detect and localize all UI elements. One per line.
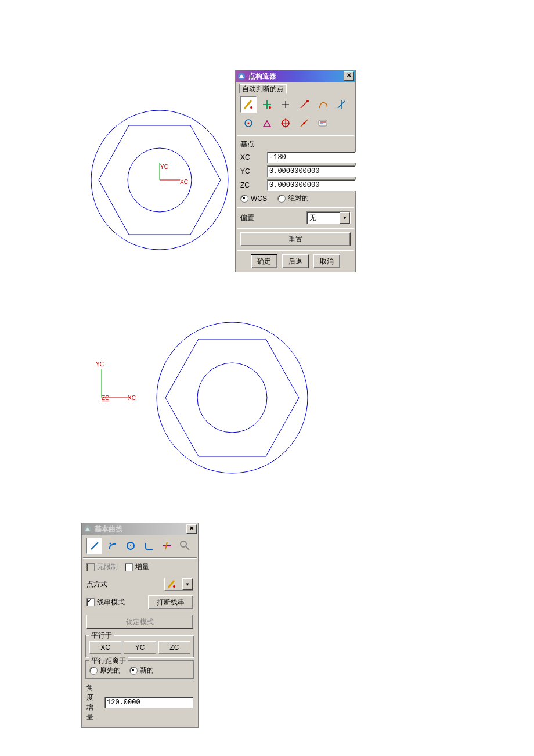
- edit-params-icon[interactable]: [178, 538, 193, 554]
- zc-label: ZC: [240, 181, 264, 189]
- xc-label: XC: [240, 153, 264, 161]
- lock-mode-button: 锁定模式: [86, 615, 193, 629]
- wcs-radio[interactable]: WCS: [240, 195, 267, 203]
- reset-button[interactable]: 重置: [240, 232, 351, 246]
- svg-point-10: [269, 106, 271, 109]
- yc-axis-label: YC: [160, 164, 168, 170]
- svg-point-29: [197, 363, 267, 433]
- app-icon: [237, 71, 246, 81]
- parallel-xc-button[interactable]: XC: [89, 641, 121, 654]
- fillet-tool-icon[interactable]: [141, 538, 157, 554]
- circle-tool-icon[interactable]: [123, 538, 139, 554]
- intersection-icon[interactable]: [333, 96, 349, 113]
- increment-checkbox[interactable]: 增量: [125, 562, 149, 572]
- trim-tool-icon[interactable]: [159, 538, 175, 554]
- dialog-titlebar[interactable]: 点构造器 ✕: [236, 70, 355, 82]
- angle-increment-input[interactable]: [104, 697, 193, 708]
- figure-2-geometry: [151, 316, 313, 479]
- svg-point-39: [181, 541, 186, 547]
- existing-point-icon[interactable]: [277, 96, 294, 113]
- unlimited-checkbox: 无限制: [86, 562, 118, 572]
- control-point-icon[interactable]: [315, 96, 331, 113]
- arc-tool-icon[interactable]: [104, 538, 120, 554]
- break-string-button[interactable]: 打断线串: [148, 595, 193, 609]
- zc-input[interactable]: [267, 179, 356, 191]
- parallel-yc-button[interactable]: YC: [124, 641, 156, 654]
- cursor-point-icon[interactable]: [259, 96, 275, 113]
- xc-input[interactable]: [267, 152, 356, 163]
- yc-label: YC: [240, 167, 264, 175]
- svg-point-18: [248, 123, 250, 124]
- cancel-button[interactable]: 取消: [313, 254, 340, 268]
- quadrant-icon[interactable]: [277, 115, 294, 131]
- parallel-distance-group: 平行距离于 原先的 新的: [85, 660, 194, 679]
- back-button[interactable]: 后退: [282, 254, 309, 268]
- app-icon-2: [83, 524, 92, 534]
- basic-curves-dialog: 基本曲线 ✕ 无限制 增量 点方式 ▼ 线串模式 打断线串 锁定模式 平行于 X…: [81, 523, 199, 728]
- parallel-distance-label: 平行距离于: [89, 656, 128, 666]
- infer-point-icon[interactable]: [240, 96, 257, 113]
- previous-radio[interactable]: 原先的: [89, 665, 121, 675]
- svg-point-34: [109, 543, 111, 545]
- fig2-xc-label: XC: [128, 395, 136, 401]
- ok-button[interactable]: 确定: [251, 254, 277, 268]
- offset-label: 偏置: [240, 213, 254, 223]
- close-icon-2[interactable]: ✕: [186, 524, 197, 534]
- svg-point-14: [306, 100, 309, 102]
- parallel-zc-button[interactable]: ZC: [158, 641, 190, 654]
- fig2-zc-label: ZC: [102, 395, 109, 401]
- svg-point-7: [250, 106, 252, 109]
- point-type-toolbar-row2: [236, 114, 355, 132]
- point-type-toolbar-row1: [236, 95, 355, 114]
- offset-select[interactable]: 无 ▼: [306, 211, 351, 224]
- absolute-radio[interactable]: 绝对的: [277, 193, 309, 203]
- curve-type-toolbar: [82, 535, 198, 555]
- point-method-select[interactable]: ▼: [164, 578, 193, 591]
- svg-line-33: [91, 542, 98, 549]
- new-radio[interactable]: 新的: [129, 665, 154, 675]
- arc-center-icon[interactable]: [240, 115, 257, 131]
- point-constructor-dialog: 点构造器 ✕ 自动判断的点 基点 XC YC ZC WCS 绝对的 偏置: [235, 70, 356, 272]
- point-method-label: 点方式: [86, 579, 107, 589]
- close-icon[interactable]: ✕: [344, 71, 354, 81]
- parallel-to-label: 平行于: [89, 631, 114, 640]
- figure-1-geometry: [84, 105, 235, 255]
- chevron-down-icon-2[interactable]: ▼: [182, 578, 193, 590]
- parallel-to-group: 平行于 XC YC ZC: [85, 635, 194, 658]
- string-mode-checkbox[interactable]: 线串模式: [86, 597, 125, 607]
- svg-point-23: [303, 122, 305, 124]
- xc-axis-label: XC: [180, 179, 188, 185]
- svg-marker-28: [165, 339, 299, 456]
- svg-rect-24: [319, 120, 327, 126]
- angle-point-icon[interactable]: [259, 115, 275, 131]
- fig2-yc-label: YC: [96, 361, 104, 368]
- dialog-title-2: 基本曲线: [95, 524, 122, 534]
- yc-input[interactable]: [267, 165, 356, 177]
- angle-increment-label: 角度增量: [86, 683, 99, 722]
- on-curve-icon[interactable]: [296, 115, 312, 131]
- svg-point-36: [130, 545, 131, 546]
- auto-infer-label: 自动判断的点: [239, 84, 287, 93]
- svg-line-13: [301, 101, 308, 108]
- dialog-title: 点构造器: [248, 71, 276, 81]
- svg-point-27: [157, 322, 308, 473]
- infer-point-icon-small: [167, 579, 176, 589]
- svg-point-42: [173, 585, 175, 588]
- expression-icon[interactable]: [315, 115, 331, 131]
- endpoint-icon[interactable]: [296, 96, 312, 113]
- dialog-titlebar-2[interactable]: 基本曲线 ✕: [82, 523, 198, 535]
- base-point-label: 基点: [240, 139, 254, 149]
- line-tool-icon[interactable]: [86, 538, 102, 554]
- svg-line-40: [186, 546, 189, 550]
- chevron-down-icon[interactable]: ▼: [340, 212, 350, 224]
